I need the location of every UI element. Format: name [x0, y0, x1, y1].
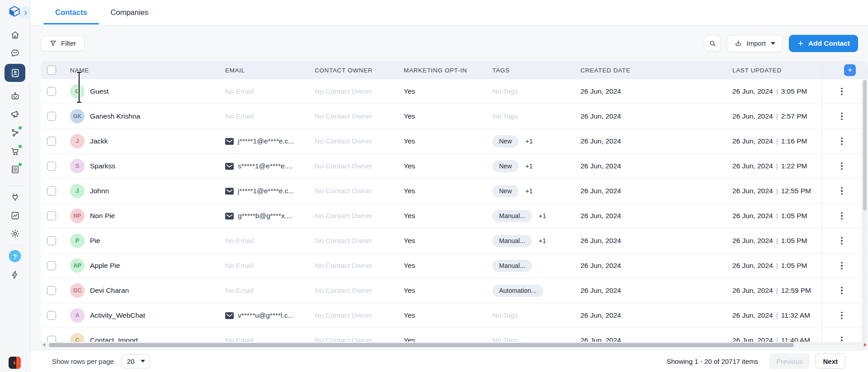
tag-extra-count[interactable]: +1 [525, 187, 533, 195]
scroll-right-arrow-icon[interactable] [864, 343, 867, 347]
row-checkbox[interactable] [47, 186, 56, 196]
column-header-tags[interactable]: TAGS [491, 67, 580, 74]
row-menu-button[interactable] [838, 210, 845, 223]
contact-name[interactable]: Contact_Import [90, 336, 138, 342]
row-menu-button[interactable] [838, 309, 845, 322]
scroll-left-arrow-icon[interactable] [42, 343, 45, 347]
row-menu-button[interactable] [838, 185, 845, 198]
horizontal-scrollbar[interactable] [41, 342, 868, 348]
row-checkbox[interactable] [47, 211, 56, 220]
row-menu-button[interactable] [838, 234, 845, 248]
row-menu-button[interactable] [838, 85, 845, 98]
column-header-created-date[interactable]: CREATED DATE [580, 67, 732, 74]
previous-page-button[interactable]: Previous [769, 353, 810, 369]
sidebar-divider [7, 186, 23, 186]
row-checkbox[interactable] [47, 137, 56, 146]
tag-pill[interactable]: New [492, 185, 519, 197]
row-checkbox[interactable] [47, 87, 56, 96]
sidebar-item-activity[interactable] [6, 266, 24, 284]
row-checkbox[interactable] [47, 311, 56, 320]
table-row[interactable]: S Sparkss s*****1@e****e.... No Contact … [41, 154, 868, 179]
row-menu-button[interactable] [838, 334, 845, 342]
horizontal-scrollbar-thumb[interactable] [49, 343, 794, 347]
tag-extra-count[interactable]: +1 [525, 162, 533, 170]
sidebar-item-analytics[interactable] [6, 206, 24, 224]
column-header-last-updated[interactable]: LAST UPDATED [732, 67, 822, 74]
row-menu-button[interactable] [838, 259, 845, 272]
avatar: NP [70, 209, 85, 223]
sidebar-expand-button[interactable] [20, 7, 31, 19]
column-header-marketing-opt-in[interactable]: MARKETING OPT-IN [402, 67, 491, 74]
row-menu-button[interactable] [838, 110, 845, 123]
contact-name[interactable]: Ganesh Krishna [90, 112, 140, 120]
table-row[interactable]: C Contact_Import No Email No Contact Own… [41, 328, 868, 342]
table-row[interactable]: J Johnn j*****1@e****e.c... No Contact O… [41, 179, 868, 204]
tag-pill[interactable]: Manual... [492, 260, 532, 272]
sidebar-item-forms[interactable] [6, 160, 24, 178]
column-header-contact-owner[interactable]: CONTACT OWNER [311, 67, 402, 74]
filter-button[interactable]: Filter [41, 36, 85, 51]
search-button[interactable] [704, 35, 721, 52]
row-checkbox[interactable] [47, 112, 56, 121]
table-row[interactable]: DC Devi Charan No Email No Contact Owner… [41, 278, 868, 303]
contact-name[interactable]: Johnn [90, 187, 109, 195]
row-checkbox[interactable] [47, 236, 56, 245]
column-header-name[interactable]: NAME [63, 67, 223, 74]
table-row[interactable]: G Guest No Email No Contact Owner Yes No… [41, 79, 868, 104]
vertical-scrollbar[interactable] [862, 79, 868, 342]
table-row[interactable]: AP Apple Pie No Email No Contact Owner Y… [41, 253, 868, 278]
sidebar-item-commerce[interactable] [6, 142, 24, 160]
sidebar-item-settings[interactable] [6, 224, 24, 243]
status-dot [18, 162, 22, 167]
date-time-separator: | [776, 262, 778, 270]
rows-per-page-select[interactable]: 20 [121, 354, 150, 368]
contact-name[interactable]: Jackk [90, 137, 108, 145]
row-menu-button[interactable] [838, 160, 845, 173]
sidebar-item-automation[interactable] [6, 124, 24, 142]
help-button[interactable]: ? [9, 250, 21, 262]
row-checkbox[interactable] [47, 261, 56, 270]
row-menu-button[interactable] [838, 284, 845, 297]
tag-pill[interactable]: Automation... [492, 285, 543, 297]
table-row[interactable]: GK Ganesh Krishna No Email No Contact Ow… [41, 104, 868, 129]
tag-pill[interactable]: New [492, 160, 519, 172]
tag-pill[interactable]: Manual... [492, 210, 532, 222]
contact-name[interactable]: Activity_WebChat [90, 311, 145, 320]
add-column-button[interactable]: + [844, 64, 856, 76]
row-checkbox[interactable] [47, 336, 56, 342]
tab-companies[interactable]: Companies [99, 0, 160, 25]
sidebar-item-campaigns[interactable] [6, 105, 24, 123]
tag-pill[interactable]: Manual... [492, 235, 532, 247]
table-row[interactable]: A Activity_WebChat v*****u@g****l.c... N… [41, 303, 868, 328]
row-menu-button[interactable] [838, 135, 845, 148]
sidebar-item-contacts[interactable] [5, 64, 25, 82]
sidebar-item-home[interactable] [6, 26, 24, 44]
tag-extra-count[interactable]: +1 [539, 212, 547, 219]
created-date: 26 Jun, 2024 [580, 262, 621, 270]
select-all-checkbox[interactable] [47, 66, 56, 75]
sidebar-item-integrations[interactable] [6, 188, 24, 206]
row-checkbox[interactable] [47, 162, 56, 171]
import-button[interactable]: Import [727, 35, 783, 52]
tag-extra-count[interactable]: +1 [525, 138, 533, 145]
column-header-email[interactable]: EMAIL [223, 67, 311, 74]
row-checkbox[interactable] [47, 286, 56, 295]
contact-email: No Email [225, 237, 254, 245]
table-row[interactable]: P Pie No Email No Contact Owner Yes Manu… [41, 229, 868, 253]
add-contact-button[interactable]: Add Contact [789, 35, 858, 52]
contact-name[interactable]: Sparkss [90, 162, 115, 170]
tag-extra-count[interactable]: +1 [539, 237, 547, 244]
sidebar-item-chat[interactable] [6, 44, 24, 62]
table-row[interactable]: NP Non Pie g*****b@g****x.... No Contact… [41, 204, 868, 229]
vertical-scrollbar-thumb[interactable] [863, 80, 867, 210]
contact-name[interactable]: Guest [90, 87, 108, 95]
tag-pill[interactable]: New [492, 135, 519, 148]
contact-name[interactable]: Pie [90, 237, 100, 245]
contact-name[interactable]: Non Pie [90, 212, 115, 220]
tab-contacts[interactable]: Contacts [43, 0, 99, 25]
next-page-button[interactable]: Next [815, 353, 845, 369]
contact-name[interactable]: Apple Pie [90, 262, 120, 270]
contact-name[interactable]: Devi Charan [90, 286, 129, 295]
table-row[interactable]: J Jackk j*****1@e****e.c... No Contact O… [41, 129, 868, 154]
sidebar-item-bot[interactable] [6, 87, 24, 105]
